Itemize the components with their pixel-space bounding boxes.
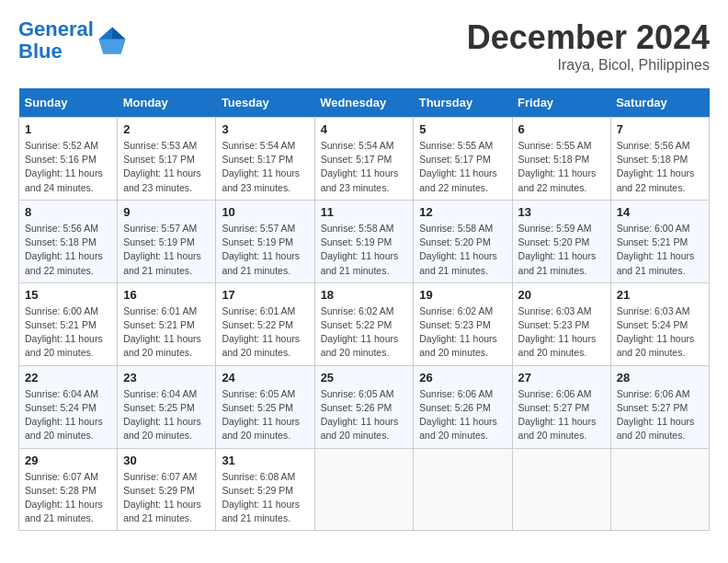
calendar-body: 1Sunrise: 5:52 AM Sunset: 5:16 PM Daylig… bbox=[19, 118, 710, 531]
calendar-cell: 4Sunrise: 5:54 AM Sunset: 5:17 PM Daylig… bbox=[314, 118, 414, 201]
day-info: Sunrise: 6:04 AM Sunset: 5:24 PM Dayligh… bbox=[25, 387, 111, 443]
day-number: 7 bbox=[617, 122, 703, 136]
day-info: Sunrise: 5:54 AM Sunset: 5:17 PM Dayligh… bbox=[321, 139, 408, 195]
day-info: Sunrise: 6:05 AM Sunset: 5:25 PM Dayligh… bbox=[222, 387, 308, 443]
calendar-cell: 24Sunrise: 6:05 AM Sunset: 5:25 PM Dayli… bbox=[216, 365, 314, 448]
day-info: Sunrise: 5:52 AM Sunset: 5:16 PM Dayligh… bbox=[25, 139, 111, 195]
day-info: Sunrise: 5:59 AM Sunset: 5:20 PM Dayligh… bbox=[518, 222, 605, 278]
day-info: Sunrise: 5:57 AM Sunset: 5:19 PM Dayligh… bbox=[123, 222, 210, 278]
day-number: 15 bbox=[25, 288, 111, 302]
calendar-week-3: 15Sunrise: 6:00 AM Sunset: 5:21 PM Dayli… bbox=[19, 282, 710, 365]
day-info: Sunrise: 6:02 AM Sunset: 5:23 PM Dayligh… bbox=[419, 304, 506, 361]
calendar-cell: 15Sunrise: 6:00 AM Sunset: 5:21 PM Dayli… bbox=[19, 282, 118, 365]
calendar-cell: 11Sunrise: 5:58 AM Sunset: 5:19 PM Dayli… bbox=[314, 200, 414, 282]
calendar-cell: 28Sunrise: 6:06 AM Sunset: 5:27 PM Dayli… bbox=[610, 365, 709, 448]
day-number: 17 bbox=[222, 288, 308, 302]
calendar-week-4: 22Sunrise: 6:04 AM Sunset: 5:24 PM Dayli… bbox=[19, 365, 710, 448]
calendar-cell: 17Sunrise: 6:01 AM Sunset: 5:22 PM Dayli… bbox=[216, 282, 314, 365]
day-number: 27 bbox=[518, 371, 605, 385]
day-number: 26 bbox=[419, 371, 506, 385]
calendar-week-1: 1Sunrise: 5:52 AM Sunset: 5:16 PM Daylig… bbox=[19, 118, 710, 201]
calendar-cell: 23Sunrise: 6:04 AM Sunset: 5:25 PM Dayli… bbox=[118, 365, 216, 448]
day-number: 13 bbox=[518, 205, 605, 219]
day-info: Sunrise: 6:07 AM Sunset: 5:29 PM Dayligh… bbox=[123, 470, 210, 526]
day-number: 22 bbox=[25, 371, 111, 385]
day-number: 18 bbox=[321, 288, 408, 302]
day-info: Sunrise: 5:55 AM Sunset: 5:18 PM Dayligh… bbox=[518, 139, 605, 195]
calendar-cell: 25Sunrise: 6:05 AM Sunset: 5:26 PM Dayli… bbox=[314, 365, 414, 448]
weekday-thursday: Thursday bbox=[414, 88, 512, 118]
day-number: 8 bbox=[25, 205, 111, 219]
day-info: Sunrise: 6:06 AM Sunset: 5:26 PM Dayligh… bbox=[419, 387, 506, 443]
calendar-cell bbox=[512, 448, 610, 531]
calendar-cell: 22Sunrise: 6:04 AM Sunset: 5:24 PM Dayli… bbox=[19, 365, 118, 448]
calendar-cell: 14Sunrise: 6:00 AM Sunset: 5:21 PM Dayli… bbox=[610, 200, 709, 282]
day-info: Sunrise: 6:03 AM Sunset: 5:23 PM Dayligh… bbox=[518, 304, 605, 361]
day-number: 28 bbox=[617, 371, 703, 385]
calendar-cell: 29Sunrise: 6:07 AM Sunset: 5:28 PM Dayli… bbox=[19, 448, 118, 531]
day-info: Sunrise: 6:01 AM Sunset: 5:22 PM Dayligh… bbox=[222, 304, 308, 361]
calendar-cell bbox=[610, 448, 709, 531]
day-info: Sunrise: 6:01 AM Sunset: 5:21 PM Dayligh… bbox=[123, 304, 210, 361]
calendar-cell: 7Sunrise: 5:56 AM Sunset: 5:18 PM Daylig… bbox=[610, 118, 709, 201]
day-info: Sunrise: 5:56 AM Sunset: 5:18 PM Dayligh… bbox=[617, 139, 703, 195]
weekday-monday: Monday bbox=[118, 88, 216, 118]
calendar-cell: 9Sunrise: 5:57 AM Sunset: 5:19 PM Daylig… bbox=[118, 200, 216, 282]
day-number: 25 bbox=[321, 371, 408, 385]
day-info: Sunrise: 6:07 AM Sunset: 5:28 PM Dayligh… bbox=[25, 470, 111, 526]
day-number: 14 bbox=[617, 205, 703, 219]
weekday-saturday: Saturday bbox=[610, 88, 709, 118]
day-number: 6 bbox=[518, 122, 605, 136]
day-info: Sunrise: 6:06 AM Sunset: 5:27 PM Dayligh… bbox=[518, 387, 605, 443]
day-info: Sunrise: 6:00 AM Sunset: 5:21 PM Dayligh… bbox=[617, 222, 703, 278]
calendar-cell bbox=[314, 448, 414, 531]
svg-marker-2 bbox=[99, 40, 126, 54]
day-info: Sunrise: 6:06 AM Sunset: 5:27 PM Dayligh… bbox=[617, 387, 703, 443]
weekday-tuesday: Tuesday bbox=[216, 88, 314, 118]
day-number: 1 bbox=[25, 122, 111, 136]
day-info: Sunrise: 6:02 AM Sunset: 5:22 PM Dayligh… bbox=[321, 304, 408, 361]
calendar-cell: 19Sunrise: 6:02 AM Sunset: 5:23 PM Dayli… bbox=[414, 282, 512, 365]
weekday-wednesday: Wednesday bbox=[314, 88, 414, 118]
day-number: 16 bbox=[123, 288, 210, 302]
day-number: 30 bbox=[123, 454, 210, 467]
day-info: Sunrise: 6:00 AM Sunset: 5:21 PM Dayligh… bbox=[25, 304, 111, 361]
day-number: 2 bbox=[123, 122, 210, 136]
calendar-week-5: 29Sunrise: 6:07 AM Sunset: 5:28 PM Dayli… bbox=[19, 448, 710, 531]
calendar-cell: 2Sunrise: 5:53 AM Sunset: 5:17 PM Daylig… bbox=[118, 118, 216, 201]
calendar-cell: 12Sunrise: 5:58 AM Sunset: 5:20 PM Dayli… bbox=[414, 200, 512, 282]
day-number: 24 bbox=[222, 371, 308, 385]
calendar-table: SundayMondayTuesdayWednesdayThursdayFrid… bbox=[18, 88, 710, 531]
day-info: Sunrise: 6:03 AM Sunset: 5:24 PM Dayligh… bbox=[617, 304, 703, 361]
month-title: December 2024 bbox=[467, 18, 710, 57]
calendar-cell: 18Sunrise: 6:02 AM Sunset: 5:22 PM Dayli… bbox=[314, 282, 414, 365]
calendar-week-2: 8Sunrise: 5:56 AM Sunset: 5:18 PM Daylig… bbox=[19, 200, 710, 282]
day-info: Sunrise: 5:58 AM Sunset: 5:20 PM Dayligh… bbox=[419, 222, 506, 278]
day-info: Sunrise: 5:56 AM Sunset: 5:18 PM Dayligh… bbox=[25, 222, 111, 278]
calendar-cell: 26Sunrise: 6:06 AM Sunset: 5:26 PM Dayli… bbox=[414, 365, 512, 448]
day-number: 11 bbox=[321, 205, 408, 219]
weekday-header-row: SundayMondayTuesdayWednesdayThursdayFrid… bbox=[19, 88, 710, 118]
calendar-cell: 3Sunrise: 5:54 AM Sunset: 5:17 PM Daylig… bbox=[216, 118, 314, 201]
weekday-friday: Friday bbox=[512, 88, 610, 118]
title-area: December 2024 Iraya, Bicol, Philippines bbox=[467, 18, 710, 74]
day-number: 5 bbox=[419, 122, 506, 136]
calendar-cell: 1Sunrise: 5:52 AM Sunset: 5:16 PM Daylig… bbox=[19, 118, 118, 201]
day-number: 21 bbox=[617, 288, 703, 302]
day-number: 3 bbox=[222, 122, 308, 136]
day-number: 29 bbox=[25, 454, 111, 467]
location-title: Iraya, Bicol, Philippines bbox=[467, 57, 710, 74]
calendar-cell: 10Sunrise: 5:57 AM Sunset: 5:19 PM Dayli… bbox=[216, 200, 314, 282]
day-number: 12 bbox=[419, 205, 506, 219]
day-info: Sunrise: 5:55 AM Sunset: 5:17 PM Dayligh… bbox=[419, 139, 506, 195]
day-info: Sunrise: 6:05 AM Sunset: 5:26 PM Dayligh… bbox=[321, 387, 408, 443]
calendar-cell: 20Sunrise: 6:03 AM Sunset: 5:23 PM Dayli… bbox=[512, 282, 610, 365]
day-info: Sunrise: 6:04 AM Sunset: 5:25 PM Dayligh… bbox=[123, 387, 210, 443]
calendar-cell: 8Sunrise: 5:56 AM Sunset: 5:18 PM Daylig… bbox=[19, 200, 118, 282]
day-info: Sunrise: 5:58 AM Sunset: 5:19 PM Dayligh… bbox=[321, 222, 408, 278]
logo-icon bbox=[97, 26, 127, 55]
day-number: 23 bbox=[123, 371, 210, 385]
logo: GeneralBlue bbox=[18, 18, 127, 63]
day-info: Sunrise: 5:54 AM Sunset: 5:17 PM Dayligh… bbox=[222, 139, 308, 195]
day-number: 9 bbox=[123, 205, 210, 219]
